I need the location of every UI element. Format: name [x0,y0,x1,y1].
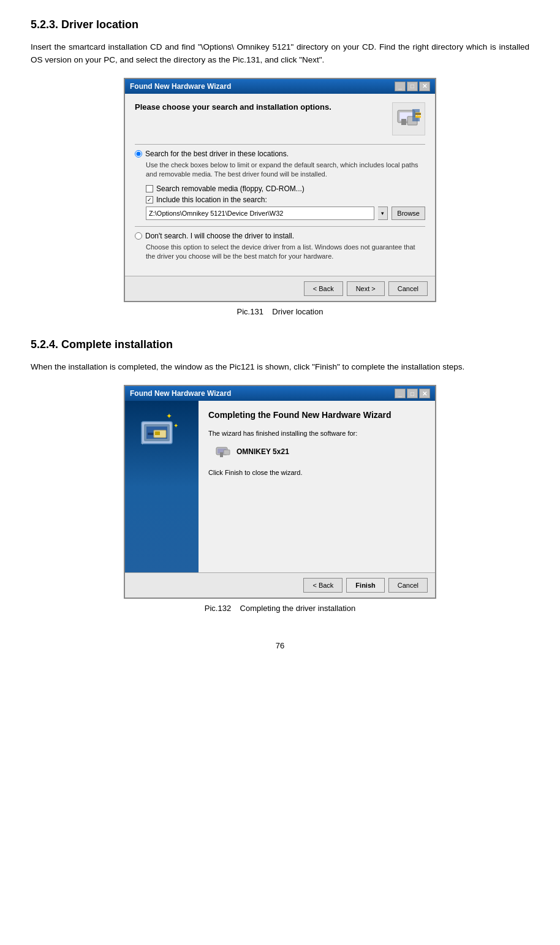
cancel-button-131[interactable]: Cancel [388,281,428,296]
radio-search-text: Search for the best driver in these loca… [145,150,289,158]
dialog-132-footer: < Back Finish Cancel [125,572,435,598]
dialog2-footer-text: Click Finish to close the wizard. [208,469,425,476]
device-name: OMNIKEY 5x21 [236,447,289,456]
caption-131-label: Pic.131 [237,307,263,316]
close-btn-2[interactable]: ✕ [419,389,430,398]
caption-131: Pic.131 Driver location [237,307,324,316]
caption-132: Pic.132 Completing the driver installati… [205,604,355,613]
dialog-132-body: ✦ ✦ ✦ Completing the Found New Hardware … [125,401,435,572]
device-icon [214,443,232,460]
radio-group-manual: Don't search. I will choose the driver t… [135,232,425,262]
dialog2-left-panel: ✦ ✦ ✦ [125,401,199,572]
page-content: 5.2.3. Driver location Insert the smartc… [0,0,560,675]
radio-group-search: Search for the best driver in these loca… [135,150,425,220]
titlebar-buttons: _ □ ✕ [395,82,430,91]
caption-131-text: Driver location [272,307,323,316]
titlebar-buttons-2: _ □ ✕ [395,389,430,398]
svg-rect-2 [401,119,406,125]
chk-location[interactable]: ✓ [146,196,153,203]
caption-132-text: Completing the driver installation [240,604,356,613]
minimize-btn[interactable]: _ [395,82,406,91]
divider-2 [135,226,425,227]
wizard-left-icon: ✦ ✦ ✦ [135,409,188,462]
dialog-131-body: Please choose your search and installati… [125,94,435,276]
dialog-131-footer: < Back Next > Cancel [125,276,435,301]
back-button-132[interactable]: < Back [303,578,342,593]
radio-search-label[interactable]: Search for the best driver in these loca… [135,150,425,158]
dialog-132-title: Found New Hardware Wizard [130,389,231,398]
indent-search-text: Use the check boxes below to limit or ex… [146,161,425,180]
finish-button-132[interactable]: Finish [346,578,384,593]
dialog-131-titlebar: Found New Hardware Wizard _ □ ✕ [125,79,435,94]
radio-manual-input[interactable] [135,232,142,240]
page-number: 76 [31,635,529,650]
indent-manual-text: Choose this option to select the device … [146,243,425,262]
svg-text:✦: ✦ [140,441,145,446]
radio-search-input[interactable] [135,150,142,158]
path-dropdown[interactable]: ▾ [378,207,388,220]
chk-removable-label: Search removable media (floppy, CD-ROM..… [156,184,305,193]
divider-1 [135,144,425,145]
checkbox-location-row: ✓ Include this location in the search: [146,195,425,204]
radio-manual-label[interactable]: Don't search. I will choose the driver t… [135,232,425,240]
radio-manual-text: Don't search. I will choose the driver t… [145,232,294,240]
device-row: OMNIKEY 5x21 [214,443,425,460]
caption-132-label: Pic.132 [205,604,231,613]
figure-131: Found New Hardware Wizard _ □ ✕ Please c… [31,78,529,317]
dialog-131-header: Please choose your search and installati… [135,102,386,112]
section-heading-524: 5.2.4. Complete installation [31,338,529,351]
next-button-131[interactable]: Next > [347,281,385,296]
chk-removable[interactable] [146,185,153,192]
figure-132: Found New Hardware Wizard _ □ ✕ [31,385,529,613]
dialog-header-row: Please choose your search and installati… [135,102,425,135]
dialog-132-titlebar: Found New Hardware Wizard _ □ ✕ [125,386,435,401]
close-btn[interactable]: ✕ [419,82,430,91]
svg-text:💳: 💳 [415,110,421,120]
chk-location-label: Include this location in the search: [156,195,267,204]
svg-rect-12 [155,431,160,435]
section-523: 5.2.3. Driver location Insert the smartc… [31,18,529,316]
path-row: ▾ Browse [146,207,425,220]
minimize-btn-2[interactable]: _ [395,389,406,398]
svg-text:✦: ✦ [166,412,172,420]
dialog-132: Found New Hardware Wizard _ □ ✕ [124,385,436,599]
checkbox-removable-row: Search removable media (floppy, CD-ROM..… [146,184,425,193]
path-input[interactable] [146,207,374,220]
section-heading-523: 5.2.3. Driver location [31,18,529,31]
back-button-131[interactable]: < Back [304,281,343,296]
dialog2-completing-title: Completing the Found New Hardware Wizard [208,409,425,420]
dialog2-subtitle: The wizard has finished installing the s… [208,430,425,437]
section-body-524: When the installation is completed, the … [31,361,529,374]
svg-text:✦: ✦ [173,422,178,429]
browse-button[interactable]: Browse [392,207,425,220]
section-body-523: Insert the smartcard installation CD and… [31,41,529,67]
section-524: 5.2.4. Complete installation When the in… [31,338,529,613]
maximize-btn-2[interactable]: □ [407,389,418,398]
svg-rect-19 [220,452,223,457]
dialog-131: Found New Hardware Wizard _ □ ✕ Please c… [124,78,436,303]
dialog2-right-panel: Completing the Found New Hardware Wizard… [199,401,435,572]
cancel-button-132[interactable]: Cancel [388,578,428,593]
dialog-131-title: Found New Hardware Wizard [130,82,231,91]
wizard-icon-131: 💳 [392,102,425,135]
maximize-btn[interactable]: □ [407,82,418,91]
svg-rect-18 [224,450,230,455]
